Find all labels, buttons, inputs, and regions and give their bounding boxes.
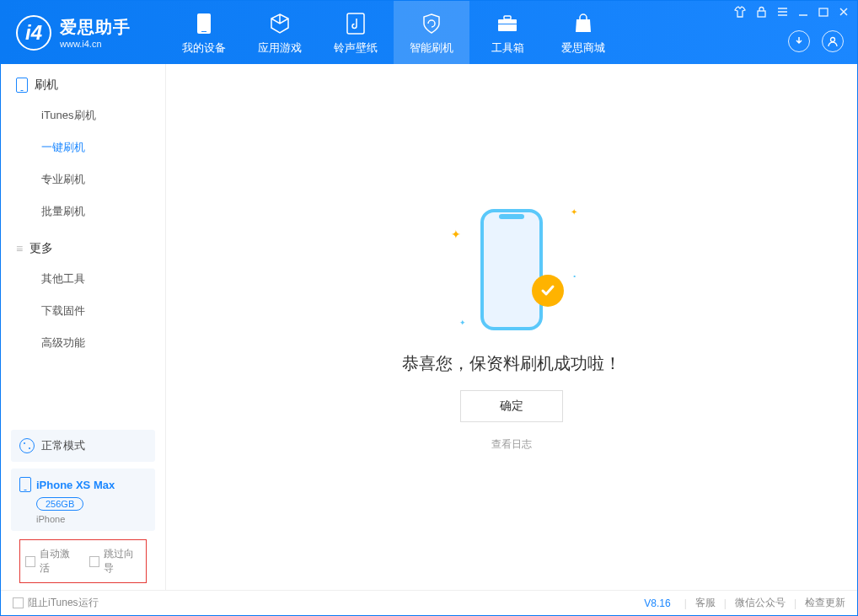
footer-link-wechat[interactable]: 微信公众号 bbox=[735, 596, 786, 610]
window-controls bbox=[734, 6, 849, 20]
shirt-icon[interactable] bbox=[734, 6, 746, 20]
svg-rect-9 bbox=[482, 211, 541, 329]
svg-rect-7 bbox=[819, 8, 828, 16]
success-illustration: ✦ ✦ ✦ • bbox=[453, 202, 571, 337]
sidebar-item-batch-flash[interactable]: 批量刷机 bbox=[1, 196, 165, 228]
device-card[interactable]: iPhone XS Max 256GB iPhone bbox=[11, 469, 155, 531]
toolbox-icon bbox=[496, 12, 518, 35]
list-icon: ≡ bbox=[16, 242, 23, 255]
phone-icon bbox=[16, 78, 28, 93]
shield-refresh-icon bbox=[421, 12, 442, 35]
view-log-link[interactable]: 查看日志 bbox=[491, 437, 532, 452]
download-button[interactable] bbox=[788, 30, 810, 52]
app-logo: i4 爱思助手 www.i4.cn bbox=[1, 15, 166, 51]
sparkle-icon: ✦ bbox=[571, 207, 577, 217]
checkbox-skip-guide[interactable]: 跳过向导 bbox=[89, 547, 142, 576]
user-button[interactable] bbox=[822, 30, 844, 52]
footer-link-update[interactable]: 检查更新 bbox=[805, 596, 845, 610]
user-controls bbox=[788, 30, 844, 52]
sidebar-item-other-tools[interactable]: 其他工具 bbox=[1, 263, 165, 295]
app-header: i4 爱思助手 www.i4.cn 我的设备 应用游戏 铃声壁纸 智能刷机 工具… bbox=[1, 1, 857, 64]
check-badge-icon bbox=[532, 275, 564, 307]
device-type: iPhone bbox=[36, 514, 147, 524]
nav-my-device[interactable]: 我的设备 bbox=[166, 1, 242, 64]
device-name: iPhone XS Max bbox=[36, 479, 115, 491]
sidebar-item-oneclick-flash[interactable]: 一键刷机 bbox=[1, 131, 165, 163]
sidebar: 刷机 iTunes刷机 一键刷机 专业刷机 批量刷机 ≡ 更多 其他工具 下载固… bbox=[1, 64, 166, 590]
svg-rect-2 bbox=[347, 13, 364, 34]
main-nav: 我的设备 应用游戏 铃声壁纸 智能刷机 工具箱 爱思商城 bbox=[166, 1, 621, 64]
highlighted-options: 自动激活 跳过向导 bbox=[19, 539, 147, 583]
device-icon bbox=[196, 12, 212, 35]
nav-ringtones-wallpapers[interactable]: 铃声壁纸 bbox=[318, 1, 394, 64]
nav-smart-flash[interactable]: 智能刷机 bbox=[394, 1, 469, 64]
svg-rect-0 bbox=[197, 13, 211, 34]
svg-rect-10 bbox=[499, 214, 524, 219]
menu-icon[interactable] bbox=[777, 7, 788, 19]
svg-rect-5 bbox=[498, 24, 517, 24]
footer: 阻止iTunes运行 V8.16 | 客服 | 微信公众号 | 检查更新 bbox=[1, 590, 857, 615]
success-message: 恭喜您，保资料刷机成功啦！ bbox=[402, 352, 621, 375]
sidebar-item-advanced[interactable]: 高级功能 bbox=[1, 327, 165, 359]
checkbox-auto-activate[interactable]: 自动激活 bbox=[25, 547, 78, 576]
nav-toolbox[interactable]: 工具箱 bbox=[469, 1, 545, 64]
svg-rect-4 bbox=[504, 16, 511, 19]
sparkle-icon: ✦ bbox=[451, 228, 461, 241]
sidebar-group-flash: 刷机 bbox=[1, 64, 165, 99]
app-url: www.i4.cn bbox=[60, 39, 131, 49]
main-content: ✦ ✦ ✦ • 恭喜您，保资料刷机成功啦！ 确定 查看日志 bbox=[166, 64, 857, 590]
minimize-button[interactable] bbox=[798, 7, 808, 19]
nav-store[interactable]: 爱思商城 bbox=[545, 1, 621, 64]
lock-icon[interactable] bbox=[756, 6, 767, 20]
ok-button[interactable]: 确定 bbox=[460, 390, 563, 422]
phone-illustration-icon bbox=[474, 206, 550, 333]
version-label: V8.16 bbox=[644, 597, 670, 609]
logo-icon: i4 bbox=[16, 15, 51, 51]
cube-icon bbox=[269, 12, 291, 35]
checkbox-block-itunes[interactable]: 阻止iTunes运行 bbox=[13, 596, 99, 610]
sparkle-icon: • bbox=[573, 272, 576, 280]
footer-link-service[interactable]: 客服 bbox=[695, 596, 716, 610]
maximize-button[interactable] bbox=[818, 7, 829, 19]
sidebar-item-itunes-flash[interactable]: iTunes刷机 bbox=[1, 99, 165, 131]
app-name: 爱思助手 bbox=[60, 16, 131, 39]
bag-icon bbox=[573, 12, 593, 35]
close-button[interactable] bbox=[839, 7, 849, 19]
svg-point-8 bbox=[831, 38, 835, 42]
svg-rect-6 bbox=[758, 11, 765, 17]
mode-icon bbox=[19, 438, 35, 453]
device-storage: 256GB bbox=[36, 497, 83, 511]
mode-card[interactable]: 正常模式 bbox=[11, 430, 155, 462]
svg-rect-1 bbox=[201, 31, 206, 32]
svg-rect-3 bbox=[498, 19, 517, 31]
sidebar-group-more: ≡ 更多 bbox=[1, 228, 165, 263]
phone-icon bbox=[19, 477, 31, 492]
sidebar-item-pro-flash[interactable]: 专业刷机 bbox=[1, 163, 165, 196]
sidebar-item-download-firmware[interactable]: 下载固件 bbox=[1, 295, 165, 327]
nav-apps-games[interactable]: 应用游戏 bbox=[242, 1, 318, 64]
sparkle-icon: ✦ bbox=[459, 319, 466, 327]
music-file-icon bbox=[346, 12, 365, 35]
